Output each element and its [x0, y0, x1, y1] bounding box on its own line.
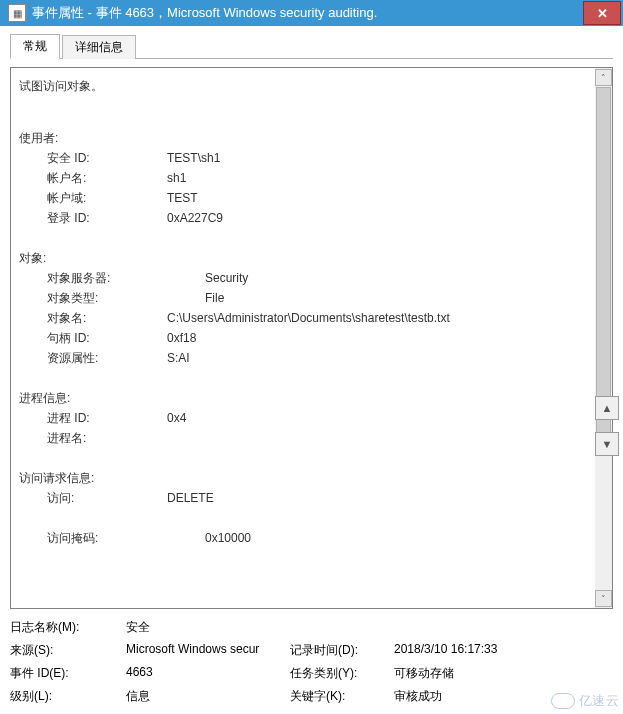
user-logon-label: 登录 ID:	[19, 208, 167, 228]
event-description-content: 试图访问对象。 使用者: 安全 ID:TEST\sh1 帐户名:sh1 帐户域:…	[11, 68, 595, 608]
record-nav: ▲ ▼	[595, 396, 617, 468]
process-name-label: 进程名:	[19, 428, 167, 448]
tab-general[interactable]: 常规	[10, 34, 60, 59]
arrow-down-icon: ▼	[602, 438, 613, 450]
user-domain-label: 帐户域:	[19, 188, 167, 208]
keywords-label: 关键字(K):	[290, 688, 390, 705]
level-label: 级别(L):	[10, 688, 122, 705]
watermark-text: 亿速云	[579, 692, 620, 710]
logged-value: 2018/3/10 16:17:33	[394, 642, 613, 659]
level-value: 信息	[126, 688, 286, 705]
source-value: Microsoft Windows secur	[126, 642, 286, 659]
access-label: 访问:	[19, 488, 167, 508]
intro-text: 试图访问对象。	[19, 76, 587, 96]
process-name-value	[167, 428, 587, 448]
object-name-label: 对象名:	[19, 308, 167, 328]
taskcat-label: 任务类别(Y):	[290, 665, 390, 682]
watermark: 亿速云	[551, 692, 620, 710]
arrow-up-icon: ▲	[602, 402, 613, 414]
section-object: 对象:	[19, 248, 587, 268]
close-button[interactable]: ✕	[583, 1, 621, 25]
object-type-value: File	[205, 288, 587, 308]
source-label: 来源(S):	[10, 642, 122, 659]
object-server-label: 对象服务器:	[19, 268, 205, 288]
object-handle-value: 0xf18	[167, 328, 587, 348]
event-description-pane: 试图访问对象。 使用者: 安全 ID:TEST\sh1 帐户名:sh1 帐户域:…	[10, 67, 613, 609]
user-domain-value: TEST	[167, 188, 587, 208]
client-area: 常规 详细信息 试图访问对象。 使用者: 安全 ID:TEST\sh1 帐户名:…	[0, 26, 623, 713]
window-title: 事件属性 - 事件 4663，Microsoft Windows securit…	[32, 4, 583, 22]
user-sid-label: 安全 ID:	[19, 148, 167, 168]
process-id-value: 0x4	[167, 408, 587, 428]
tab-details-label: 详细信息	[75, 40, 123, 54]
eventid-value: 4663	[126, 665, 286, 682]
user-logon-value: 0xA227C9	[167, 208, 587, 228]
tab-details[interactable]: 详细信息	[62, 35, 136, 59]
event-meta-grid: 日志名称(M): 安全 来源(S): Microsoft Windows sec…	[10, 619, 613, 705]
vertical-scrollbar[interactable]: ˄ ˅	[595, 68, 612, 608]
process-id-label: 进程 ID:	[19, 408, 167, 428]
scroll-thumb[interactable]	[596, 87, 611, 449]
tab-row: 常规 详细信息	[10, 34, 613, 59]
object-handle-label: 句柄 ID:	[19, 328, 167, 348]
access-value: DELETE	[167, 488, 587, 508]
object-resattr-label: 资源属性:	[19, 348, 167, 368]
eventid-label: 事件 ID(E):	[10, 665, 122, 682]
prev-record-button[interactable]: ▲	[595, 396, 619, 420]
user-sid-value: TEST\sh1	[167, 148, 587, 168]
user-account-label: 帐户名:	[19, 168, 167, 188]
user-account-value: sh1	[167, 168, 587, 188]
section-user: 使用者:	[19, 128, 587, 148]
taskcat-value: 可移动存储	[394, 665, 613, 682]
object-name-value: C:\Users\Administrator\Documents\sharete…	[167, 308, 587, 328]
object-server-value: Security	[205, 268, 587, 288]
system-menu-icon[interactable]: ▦	[8, 4, 26, 22]
section-process: 进程信息:	[19, 388, 587, 408]
tab-general-label: 常规	[23, 39, 47, 53]
logname-label: 日志名称(M):	[10, 619, 122, 636]
object-resattr-value: S:AI	[167, 348, 587, 368]
cloud-icon	[551, 693, 575, 709]
access-mask-value: 0x10000	[205, 528, 587, 548]
scroll-track[interactable]	[595, 87, 612, 589]
next-record-button[interactable]: ▼	[595, 432, 619, 456]
title-bar: ▦ 事件属性 - 事件 4663，Microsoft Windows secur…	[0, 0, 623, 26]
object-type-label: 对象类型:	[19, 288, 205, 308]
scroll-up-button[interactable]: ˄	[595, 69, 612, 86]
section-access: 访问请求信息:	[19, 468, 587, 488]
logged-label: 记录时间(D):	[290, 642, 390, 659]
access-mask-label: 访问掩码:	[19, 528, 205, 548]
logname-value: 安全	[126, 619, 613, 636]
scroll-down-button[interactable]: ˅	[595, 590, 612, 607]
